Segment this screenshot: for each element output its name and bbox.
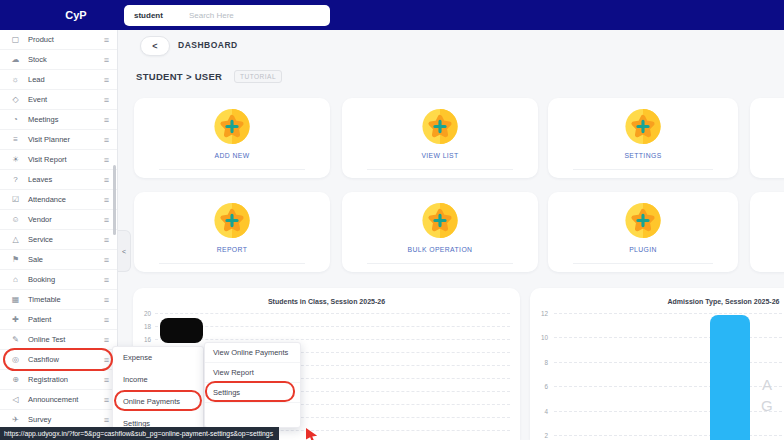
sidebar-item-leaves[interactable]: ?Leaves≡ [0, 170, 117, 190]
sidebar-item-registration[interactable]: ⊕Registration≡ [0, 370, 117, 390]
sidebar-item-online-test[interactable]: ✎Online Test≡ [0, 330, 117, 350]
submenu-item-view-report[interactable]: View Report [205, 363, 300, 383]
drag-handle-icon[interactable]: ≡ [104, 55, 109, 65]
sidebar-item-lead[interactable]: ☼Lead≡ [0, 70, 117, 90]
card-partial[interactable] [750, 192, 784, 272]
search-module-selector[interactable]: student [134, 11, 163, 20]
sidebar-item-timetable[interactable]: ▦Timetable≡ [0, 290, 117, 310]
redaction-box [160, 318, 203, 343]
topbar: CyP student Search Here [0, 0, 784, 30]
visit-report-icon: ☀ [9, 155, 22, 164]
card-label: SETTINGS [548, 152, 738, 159]
sidebar-item-label: Visit Report [28, 155, 67, 164]
card-view-list[interactable]: VIEW LIST [342, 98, 538, 178]
sidebar-item-event[interactable]: ◇Event≡ [0, 90, 117, 110]
status-url-tooltip: https://app.udyogx.in/?for=5&pg=cashflow… [0, 427, 279, 440]
sidebar-item-stock[interactable]: ☁Stock≡ [0, 50, 117, 70]
chart-bar[interactable] [710, 315, 750, 440]
online-test-icon: ✎ [9, 335, 22, 344]
sidebar-item-label: Patient [28, 315, 51, 324]
partial-label: G [761, 397, 773, 414]
drag-handle-icon[interactable]: ≡ [104, 95, 109, 105]
sidebar-collapse-toggle[interactable]: < [118, 230, 131, 272]
drag-handle-icon[interactable]: ≡ [104, 275, 109, 285]
sidebar-item-sale[interactable]: ⚑Sale≡ [0, 250, 117, 270]
sidebar-item-label: Product [28, 35, 54, 44]
tutorial-badge[interactable]: TUTORIAL [234, 70, 282, 83]
drag-handle-icon[interactable]: ≡ [104, 75, 109, 85]
card-divider [573, 169, 713, 170]
sidebar-item-label: Registration [28, 375, 68, 384]
admission-chart-card: Admission Type, Session 2025-26 12 10 8 … [530, 288, 784, 440]
drag-handle-icon[interactable]: ≡ [104, 175, 109, 185]
star-icon [422, 108, 459, 145]
drag-handle-icon[interactable]: ≡ [104, 195, 109, 205]
card-add-new[interactable]: ADD NEW [134, 98, 330, 178]
drag-handle-icon[interactable]: ≡ [104, 115, 109, 125]
drag-handle-icon[interactable]: ≡ [104, 295, 109, 305]
sidebar-item-label: Announcement [28, 395, 78, 404]
sidebar-scrollbar[interactable] [113, 165, 116, 235]
drag-handle-icon[interactable]: ≡ [104, 375, 109, 385]
card-report[interactable]: REPORT [134, 192, 330, 272]
sidebar-item-meetings[interactable]: ◔Meetings≡ [0, 110, 117, 130]
visit-planner-icon: ≡ [9, 135, 22, 144]
sidebar: ▢Product≡ ☁Stock≡ ☼Lead≡ ◇Event≡ ◔Meetin… [0, 30, 118, 440]
drag-handle-icon[interactable]: ≡ [104, 335, 109, 345]
drag-handle-icon[interactable]: ≡ [104, 395, 109, 405]
y-tick: 18 [135, 323, 151, 330]
sidebar-item-patient[interactable]: ✚Patient≡ [0, 310, 117, 330]
card-bulk-operation[interactable]: BULK OPERATION [342, 192, 538, 272]
drag-handle-icon[interactable]: ≡ [104, 235, 109, 245]
card-divider [367, 263, 513, 264]
sidebar-item-product[interactable]: ▢Product≡ [0, 30, 117, 50]
drag-handle-icon[interactable]: ≡ [104, 135, 109, 145]
drag-handle-icon[interactable]: ≡ [104, 35, 109, 45]
stock-icon: ☁ [9, 55, 22, 64]
drag-handle-icon[interactable]: ≡ [104, 155, 109, 165]
drag-handle-icon[interactable]: ≡ [104, 255, 109, 265]
sidebar-item-service[interactable]: △Service≡ [0, 230, 117, 250]
sidebar-item-booking[interactable]: ⌂Booking≡ [0, 270, 117, 290]
card-label: PLUGIN [548, 246, 738, 253]
survey-icon: ✈ [9, 415, 22, 424]
page-title: STUDENT > USER [136, 71, 222, 82]
breadcrumb: DASHBOARD [178, 40, 238, 50]
sidebar-item-label: Service [28, 235, 53, 244]
y-tick: 20 [135, 310, 151, 317]
timetable-icon: ▦ [9, 295, 22, 304]
card-settings[interactable]: SETTINGS [548, 98, 738, 178]
drag-handle-icon[interactable]: ≡ [104, 315, 109, 325]
patient-icon: ✚ [9, 315, 22, 324]
global-search[interactable]: student Search Here [124, 5, 330, 26]
card-partial[interactable] [750, 98, 784, 178]
card-plugin[interactable]: PLUGIN [548, 192, 738, 272]
sidebar-item-label: Lead [28, 75, 45, 84]
sidebar-item-vendor[interactable]: ☺Vendor≡ [0, 210, 117, 230]
search-input[interactable]: Search Here [189, 11, 234, 20]
star-icon [214, 108, 251, 145]
submenu-item-view-online-payments[interactable]: View Online Payments [205, 343, 300, 363]
card-label: REPORT [134, 246, 330, 253]
card-divider [367, 169, 513, 170]
card-label: BULK OPERATION [342, 246, 538, 253]
sidebar-item-attendance[interactable]: ☑Attendance≡ [0, 190, 117, 210]
menu-item-expense[interactable]: Expense [113, 347, 203, 369]
chart-title: Students in Class, Session 2025-26 [133, 298, 520, 305]
y-tick: 2 [532, 432, 548, 439]
back-button[interactable]: < [140, 36, 170, 56]
drag-handle-icon[interactable]: ≡ [104, 415, 109, 425]
vendor-icon: ☺ [9, 215, 22, 224]
sidebar-item-label: Online Test [28, 335, 65, 344]
sidebar-item-label: Meetings [28, 115, 58, 124]
sidebar-item-visit-planner[interactable]: ≡Visit Planner≡ [0, 130, 117, 150]
drag-handle-icon[interactable]: ≡ [104, 215, 109, 225]
sidebar-item-label: Stock [28, 55, 47, 64]
sidebar-item-visit-report[interactable]: ☀Visit Report≡ [0, 150, 117, 170]
chart-title: Admission Type, Session 2025-26 [530, 298, 784, 305]
menu-item-income[interactable]: Income [113, 369, 203, 391]
sidebar-item-label: Vendor [28, 215, 52, 224]
gridline [155, 313, 510, 314]
meetings-icon: ◔ [9, 115, 22, 124]
sidebar-item-announcement[interactable]: ◁Announcement≡ [0, 390, 117, 410]
